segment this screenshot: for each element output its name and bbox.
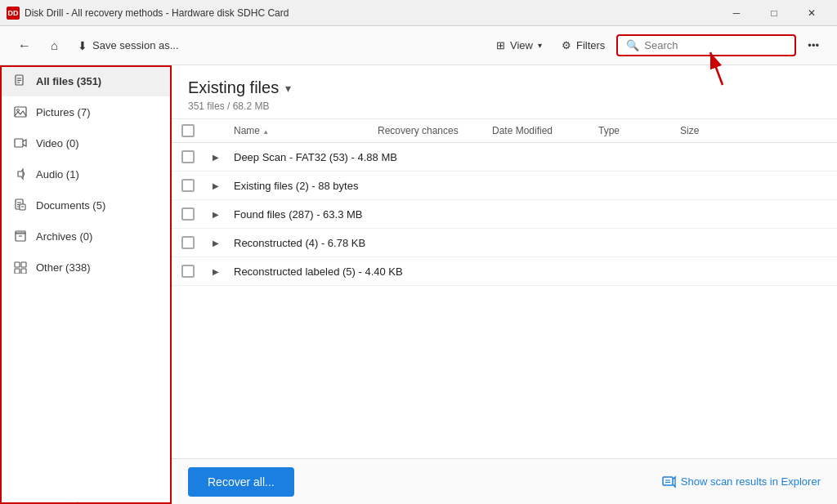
save-label: Save session as... bbox=[92, 39, 179, 51]
content-title-row: Existing files ▾ bbox=[188, 78, 821, 97]
search-icon: 🔍 bbox=[626, 39, 639, 51]
row-checkbox-col bbox=[172, 265, 204, 278]
view-chevron-icon: ▾ bbox=[538, 41, 542, 50]
table-row[interactable]: ▶ Existing files (2) - 88 bytes bbox=[172, 172, 837, 200]
sidebar-item-all-files[interactable]: All files (351) bbox=[0, 65, 171, 96]
main-layout: All files (351) Pictures (7) Video (0) A… bbox=[0, 65, 837, 504]
header-name-col: Name ▲ bbox=[227, 125, 371, 136]
sidebar: All files (351) Pictures (7) Video (0) A… bbox=[0, 65, 172, 504]
expand-button[interactable]: ▶ bbox=[204, 149, 227, 165]
all-files-icon bbox=[13, 74, 28, 88]
sidebar-item-audio[interactable]: Audio (1) bbox=[0, 158, 171, 190]
row-name: Reconstructed labeled (5) - 4.40 KB bbox=[227, 265, 469, 278]
filters-button[interactable]: ⚙ Filters bbox=[553, 34, 613, 56]
table-header: Name ▲ Recovery chances Date Modified Ty… bbox=[172, 119, 837, 143]
sidebar-item-pictures[interactable]: Pictures (7) bbox=[0, 96, 171, 127]
app-icon: DD bbox=[7, 7, 20, 20]
footer: Recover all... Show scan results in Expl… bbox=[172, 458, 837, 504]
home-icon: ⌂ bbox=[51, 38, 58, 52]
sidebar-all-files-label: All files (351) bbox=[36, 75, 101, 87]
sidebar-archives-label: Archives (0) bbox=[36, 230, 92, 243]
content-area: Existing files ▾ 351 files / 68.2 MB Nam… bbox=[172, 65, 837, 504]
svg-rect-19 bbox=[21, 262, 26, 267]
table-row[interactable]: ▶ Deep Scan - FAT32 (53) - 4.88 MB bbox=[172, 143, 837, 172]
table-row[interactable]: ▶ Reconstructed labeled (5) - 4.40 KB bbox=[172, 257, 837, 286]
row-expand-col: ▶ bbox=[204, 149, 227, 165]
archives-icon bbox=[13, 229, 28, 243]
maximize-button[interactable]: □ bbox=[755, 0, 793, 26]
row-checkbox[interactable] bbox=[181, 265, 195, 278]
expand-button[interactable]: ▶ bbox=[204, 177, 227, 194]
name-sort-icon: ▲ bbox=[262, 128, 269, 136]
expand-button[interactable]: ▶ bbox=[204, 206, 227, 222]
row-name: Existing files (2) - 88 bytes bbox=[227, 180, 469, 192]
header-check-col bbox=[172, 124, 204, 137]
select-all-checkbox[interactable] bbox=[181, 124, 195, 137]
other-icon bbox=[13, 260, 28, 274]
sidebar-other-label: Other (338) bbox=[36, 261, 90, 274]
row-checkbox[interactable] bbox=[181, 236, 195, 249]
svg-rect-21 bbox=[21, 269, 26, 274]
view-button[interactable]: ⊞ View ▾ bbox=[488, 34, 550, 56]
file-list: ▶ Deep Scan - FAT32 (53) - 4.88 MB ▶ Exi… bbox=[172, 143, 837, 458]
minimize-button[interactable]: ─ bbox=[718, 0, 755, 26]
row-checkbox[interactable] bbox=[181, 207, 195, 221]
expand-button[interactable]: ▶ bbox=[204, 234, 227, 251]
audio-icon bbox=[13, 167, 28, 181]
back-icon: ← bbox=[18, 38, 31, 53]
documents-icon bbox=[13, 198, 28, 212]
content-header: Existing files ▾ 351 files / 68.2 MB bbox=[172, 65, 837, 119]
explorer-link-label: Show scan results in Explorer bbox=[681, 475, 821, 488]
explorer-icon bbox=[661, 475, 676, 489]
row-checkbox[interactable] bbox=[181, 179, 195, 192]
recover-all-button[interactable]: Recover all... bbox=[188, 467, 294, 497]
file-count-label: 351 files / 68.2 MB bbox=[188, 100, 821, 112]
window-title: Disk Drill - All recovery methods - Hard… bbox=[25, 7, 718, 19]
row-expand-col: ▶ bbox=[204, 206, 227, 222]
sidebar-item-video[interactable]: Video (0) bbox=[0, 127, 171, 158]
svg-rect-6 bbox=[15, 107, 26, 117]
row-checkbox-col bbox=[172, 236, 204, 249]
filters-icon: ⚙ bbox=[562, 39, 571, 51]
save-session-button[interactable]: ⬇ Save session as... bbox=[69, 34, 187, 57]
row-checkbox-col bbox=[172, 207, 204, 221]
sidebar-item-other[interactable]: Other (338) bbox=[0, 252, 171, 283]
sidebar-documents-label: Documents (5) bbox=[36, 199, 105, 212]
row-name: Deep Scan - FAT32 (53) - 4.88 MB bbox=[227, 151, 469, 163]
row-checkbox[interactable] bbox=[181, 150, 195, 163]
row-name: Reconstructed (4) - 6.78 KB bbox=[227, 237, 469, 249]
save-icon: ⬇ bbox=[78, 39, 87, 52]
svg-rect-24 bbox=[663, 477, 673, 485]
more-icon: ••• bbox=[808, 39, 819, 51]
sidebar-arrow-annotation bbox=[57, 500, 98, 504]
table-row[interactable]: ▶ Found files (287) - 63.3 MB bbox=[172, 200, 837, 229]
svg-point-7 bbox=[17, 109, 20, 112]
expand-button[interactable]: ▶ bbox=[204, 263, 227, 279]
home-button[interactable]: ⌂ bbox=[43, 33, 66, 57]
row-expand-col: ▶ bbox=[204, 263, 227, 279]
view-label: View bbox=[510, 39, 533, 51]
more-button[interactable]: ••• bbox=[799, 34, 827, 56]
title-dropdown-icon[interactable]: ▾ bbox=[285, 82, 291, 95]
sidebar-item-archives[interactable]: Archives (0) bbox=[0, 221, 171, 252]
row-expand-col: ▶ bbox=[204, 234, 227, 251]
sidebar-item-documents[interactable]: Documents (5) bbox=[0, 190, 171, 221]
table-row[interactable]: ▶ Reconstructed (4) - 6.78 KB bbox=[172, 229, 837, 257]
title-bar: DD Disk Drill - All recovery methods - H… bbox=[0, 0, 837, 26]
search-input[interactable] bbox=[644, 39, 786, 51]
row-name: Found files (287) - 63.3 MB bbox=[227, 208, 469, 221]
back-button[interactable]: ← bbox=[10, 33, 39, 58]
sidebar-video-label: Video (0) bbox=[36, 137, 79, 149]
show-in-explorer-link[interactable]: Show scan results in Explorer bbox=[661, 475, 821, 489]
view-icon: ⊞ bbox=[496, 39, 505, 51]
pictures-icon bbox=[13, 105, 28, 119]
window-controls: ─ □ ✕ bbox=[718, 0, 830, 26]
header-recovery-col: Recovery chances bbox=[371, 125, 486, 136]
toolbar: ← ⌂ ⬇ Save session as... ⊞ View ▾ ⚙ Filt… bbox=[0, 26, 837, 65]
search-box: 🔍 bbox=[616, 34, 796, 56]
sidebar-audio-label: Audio (1) bbox=[36, 168, 79, 181]
header-date-col: Date Modified bbox=[486, 125, 592, 136]
page-title: Existing files bbox=[188, 78, 279, 97]
close-button[interactable]: ✕ bbox=[793, 0, 830, 26]
svg-rect-20 bbox=[15, 269, 20, 274]
